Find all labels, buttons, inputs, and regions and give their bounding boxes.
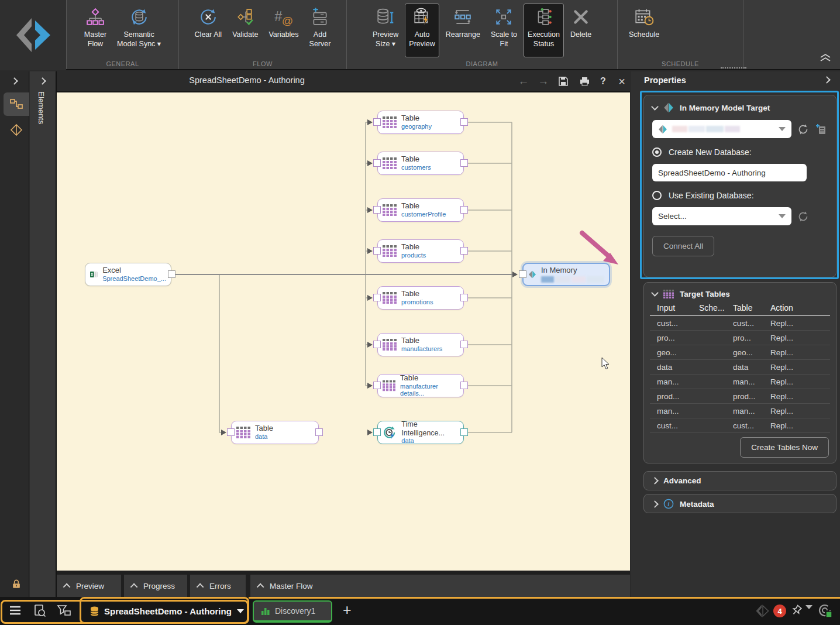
collapse-ribbon-icon[interactable] xyxy=(819,53,832,62)
table-row[interactable]: cust...cust...Repl... xyxy=(650,316,830,331)
expand-rail-icon[interactable] xyxy=(11,77,18,85)
flow-canvas[interactable]: ExcelSpreadSheetDemo_... Tablegeography … xyxy=(57,92,630,571)
add-database-icon[interactable] xyxy=(815,123,827,135)
input-port[interactable] xyxy=(373,159,381,167)
chevron-down-icon[interactable] xyxy=(805,609,813,620)
add-server-button[interactable]: Add Server xyxy=(305,4,335,57)
master-flow-button[interactable]: Master Flow xyxy=(80,4,111,57)
table-row[interactable]: datadataRepl... xyxy=(650,360,830,375)
table-row[interactable]: geo...geo...Repl... xyxy=(650,345,830,360)
output-port[interactable] xyxy=(168,270,175,278)
output-port[interactable] xyxy=(460,428,468,436)
existing-database-dropdown[interactable]: Select... xyxy=(652,207,791,225)
model-target-dropdown[interactable] xyxy=(652,120,791,138)
input-port[interactable] xyxy=(373,428,381,436)
rail-item-flow[interactable] xyxy=(4,92,29,116)
tab-preview[interactable]: Preview xyxy=(57,575,121,597)
scale-to-fit-button[interactable]: Scale to Fit xyxy=(487,4,521,57)
table-row[interactable]: man...man...Repl... xyxy=(650,375,830,389)
table-node-promotions[interactable]: Tablepromotions xyxy=(377,286,464,310)
clear-all-button[interactable]: Clear All xyxy=(191,4,226,57)
connection-status-icon[interactable] xyxy=(817,602,833,619)
col-input[interactable]: Input xyxy=(657,303,699,312)
forward-icon[interactable]: → xyxy=(536,75,550,88)
table-node-manufacturer-details[interactable]: Tablemanufacturer details... xyxy=(377,374,464,397)
help-icon[interactable]: ? xyxy=(596,75,610,88)
create-new-database-radio[interactable] xyxy=(652,147,662,157)
chevron-down-icon[interactable] xyxy=(651,103,659,111)
time-intelligence-node[interactable]: Time Intelligence...data xyxy=(377,421,464,444)
table-node-geography[interactable]: Tablegeography xyxy=(377,111,464,134)
refresh-icon[interactable] xyxy=(797,211,809,222)
refresh-icon[interactable] xyxy=(797,123,809,135)
rail-item-semantic[interactable] xyxy=(4,118,29,142)
table-node-customerprofile[interactable]: TablecustomerProfile xyxy=(377,198,464,222)
variables-button[interactable]: # @ Variables xyxy=(264,4,302,57)
col-table[interactable]: Table xyxy=(733,303,770,312)
advanced-section[interactable]: Advanced xyxy=(643,471,836,490)
col-schema[interactable]: Sche... xyxy=(699,303,733,312)
collapse-properties-icon[interactable] xyxy=(823,76,831,84)
create-tables-now-button[interactable]: Create Tables Now xyxy=(740,437,829,458)
input-port[interactable] xyxy=(373,341,381,348)
project-switcher[interactable]: SpreadSheetDemo - Authoring xyxy=(82,599,252,623)
input-port[interactable] xyxy=(227,428,235,436)
elements-panel-label[interactable]: Elements xyxy=(37,91,46,124)
filter-view-icon[interactable] xyxy=(56,604,71,618)
excel-source-node[interactable]: ExcelSpreadSheetDemo_... xyxy=(85,263,171,286)
close-icon[interactable]: × xyxy=(615,75,629,88)
table-node-products[interactable]: Tableproducts xyxy=(377,239,464,263)
table-node-data[interactable]: Tabledata xyxy=(231,421,319,444)
print-icon[interactable] xyxy=(577,75,591,88)
delete-button[interactable]: Delete xyxy=(566,4,595,57)
document-search-icon[interactable] xyxy=(33,604,47,618)
input-port[interactable] xyxy=(373,247,381,255)
input-port[interactable] xyxy=(373,118,381,126)
execution-status-button[interactable]: Execution Status xyxy=(524,4,564,57)
pin-icon[interactable] xyxy=(789,604,803,618)
col-action[interactable]: Action xyxy=(770,303,814,312)
output-port[interactable] xyxy=(460,118,468,126)
metadata-section[interactable]: i Metadata xyxy=(643,494,836,513)
chevron-down-icon[interactable] xyxy=(651,289,659,297)
use-existing-database-radio[interactable] xyxy=(652,191,662,200)
input-port[interactable] xyxy=(373,294,381,301)
tab-discovery1[interactable]: Discovery1 xyxy=(253,600,332,623)
save-icon[interactable] xyxy=(556,75,570,88)
in-memory-target-node[interactable]: In Memory xyxy=(522,263,610,286)
output-port[interactable] xyxy=(460,247,468,255)
tab-master-flow[interactable]: Master Flow xyxy=(250,575,630,597)
tab-errors[interactable]: Errors xyxy=(190,575,246,597)
input-port[interactable] xyxy=(519,270,526,278)
output-port[interactable] xyxy=(460,159,468,167)
new-database-name-input[interactable] xyxy=(652,164,807,181)
output-port[interactable] xyxy=(315,428,323,436)
input-port[interactable] xyxy=(373,206,381,214)
input-port[interactable] xyxy=(373,382,381,389)
table-row[interactable]: pro...pro...Repl... xyxy=(650,331,830,345)
panel-resize-handle[interactable] xyxy=(721,67,746,68)
preview-size-button[interactable]: Preview Size ▾ xyxy=(369,4,402,57)
back-icon[interactable]: ← xyxy=(517,75,531,88)
table-node-customers[interactable]: Tablecustomers xyxy=(377,152,464,175)
output-port[interactable] xyxy=(460,206,468,214)
output-port[interactable] xyxy=(460,382,468,389)
semantic-model-sync-button[interactable]: Semantic Model Sync ▾ xyxy=(113,4,165,57)
validate-button[interactable]: Validate xyxy=(228,4,262,57)
output-port[interactable] xyxy=(460,341,468,348)
menu-icon[interactable] xyxy=(9,606,21,615)
table-row[interactable]: man...man...Repl... xyxy=(650,404,830,418)
table-row[interactable]: cust...cust...Repl... xyxy=(650,418,830,433)
table-row[interactable]: prod...prod...Repl... xyxy=(650,389,830,404)
rearrange-button[interactable]: Rearrange xyxy=(442,4,484,57)
expand-elements-icon[interactable] xyxy=(39,77,46,85)
schedule-button[interactable]: Schedule xyxy=(625,4,663,57)
auto-preview-button[interactable]: Auto Preview xyxy=(405,4,439,57)
rail-item-lock[interactable] xyxy=(4,572,29,596)
connect-all-button[interactable]: Connect All xyxy=(652,236,714,256)
tab-progress[interactable]: Progress xyxy=(124,575,187,597)
output-port[interactable] xyxy=(460,294,468,301)
notification-badge[interactable]: 4 xyxy=(773,605,786,617)
new-tab-button[interactable]: + xyxy=(343,602,352,619)
table-node-manufacturers[interactable]: Tablemanufacturers xyxy=(377,333,464,356)
